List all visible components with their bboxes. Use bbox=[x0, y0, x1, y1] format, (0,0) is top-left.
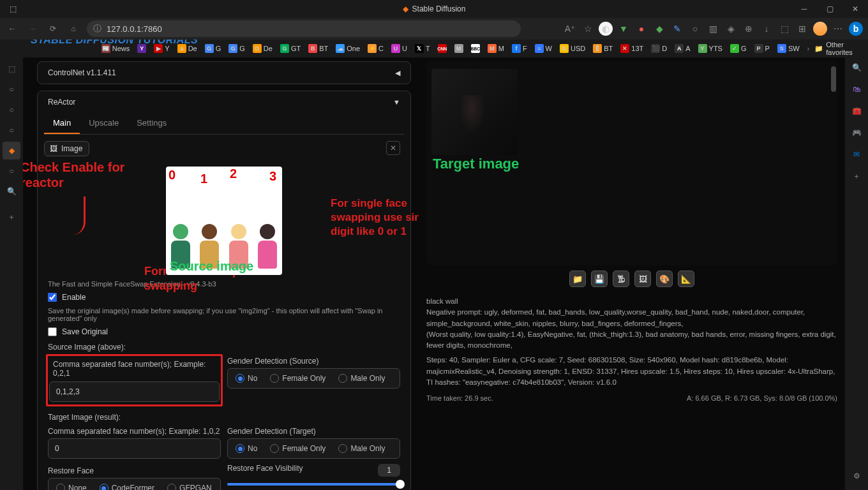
address-bar[interactable]: ⓘ 127.0.0.1:7860 bbox=[87, 20, 521, 37]
gender-female[interactable]: Female Only bbox=[264, 370, 332, 387]
games-icon[interactable]: 🎮 bbox=[849, 125, 864, 140]
source-image-preview[interactable]: 0 1 2 3 Source image bbox=[166, 167, 282, 275]
new-tab-button[interactable]: ＋ bbox=[3, 208, 20, 226]
vtab-item[interactable]: ○ bbox=[3, 101, 20, 119]
vtab-item[interactable]: ○ bbox=[3, 121, 20, 139]
extensions-icon[interactable]: ⬚ bbox=[777, 22, 791, 36]
settings-icon[interactable]: ⚙ bbox=[849, 468, 864, 484]
reactor-header[interactable]: ReActor ▼ bbox=[38, 91, 410, 113]
back-button[interactable]: ← bbox=[5, 22, 19, 36]
gender-male-t[interactable]: Male Only bbox=[332, 440, 391, 457]
bookmark[interactable]: CNN bbox=[435, 44, 449, 53]
zip-button[interactable]: 🗜 bbox=[613, 271, 629, 287]
bookmark[interactable]: ✓G bbox=[728, 44, 749, 53]
bookmark[interactable]: 📰News bbox=[99, 44, 133, 53]
ext-icon-4[interactable]: ◆ bbox=[652, 22, 666, 36]
bookmark[interactable]: Y bbox=[135, 44, 149, 53]
forward-button[interactable]: → bbox=[26, 22, 40, 36]
bookmark[interactable]: ✕13T bbox=[618, 44, 646, 53]
shopping-icon[interactable]: 🛍 bbox=[849, 82, 864, 97]
vtab-item[interactable]: ○ bbox=[3, 80, 20, 98]
bookmark-more[interactable]: › bbox=[805, 45, 812, 52]
send-img2img-button[interactable]: 🖼 bbox=[634, 271, 651, 287]
plus-icon[interactable]: ＋ bbox=[849, 168, 864, 184]
refresh-button[interactable]: ⟳ bbox=[46, 22, 60, 36]
bookmark[interactable]: YYTS bbox=[696, 44, 725, 53]
image-tab[interactable]: 🖼 Image bbox=[44, 141, 89, 156]
close-button[interactable]: ✕ bbox=[842, 0, 868, 18]
collections-icon[interactable]: ⊕ bbox=[742, 22, 756, 36]
outlook-icon[interactable]: ✉ bbox=[849, 147, 864, 162]
bookmark[interactable]: MM bbox=[485, 44, 507, 53]
bookmark[interactable]: UU bbox=[389, 44, 410, 53]
downloads-icon[interactable]: ↓ bbox=[760, 22, 774, 36]
bookmark[interactable]: DDe bbox=[250, 44, 275, 53]
vtab-item[interactable]: 🔍 bbox=[3, 182, 20, 200]
restore-none[interactable]: None bbox=[50, 480, 93, 490]
bookmark[interactable]: ☁One bbox=[333, 44, 363, 53]
enable-checkbox[interactable]: Enable bbox=[48, 293, 400, 302]
side-panel-icon[interactable]: ▥ bbox=[706, 22, 720, 36]
bookmark[interactable]: BBC bbox=[468, 44, 483, 53]
bookmark[interactable]: fF bbox=[509, 44, 530, 53]
gender-female-t[interactable]: Female Only bbox=[264, 440, 332, 457]
bookmark[interactable]: ⬛D bbox=[648, 44, 670, 53]
ext-icon-7[interactable]: ◈ bbox=[724, 22, 738, 36]
restore-vis-slider[interactable] bbox=[227, 483, 400, 486]
ext-icon-1[interactable]: ◐ bbox=[599, 22, 613, 36]
folder-button[interactable]: 📁 bbox=[569, 271, 586, 287]
source-faces-input[interactable] bbox=[49, 382, 220, 402]
send-inpaint-button[interactable]: 🎨 bbox=[656, 271, 673, 287]
enable-checkbox-input[interactable] bbox=[48, 293, 57, 302]
bookmark[interactable]: ≡W bbox=[532, 44, 555, 53]
gender-no-t[interactable]: No bbox=[229, 440, 264, 457]
scrollbar[interactable] bbox=[831, 66, 836, 92]
vtab-item[interactable]: ⬚ bbox=[3, 60, 20, 78]
ext-icon-3[interactable]: ● bbox=[634, 22, 648, 36]
tools-icon[interactable]: 🧰 bbox=[849, 103, 864, 119]
bookmark[interactable]: ₿BT bbox=[590, 44, 615, 53]
bookmark[interactable]: ▶Y bbox=[151, 44, 172, 53]
gender-male[interactable]: Male Only bbox=[332, 370, 391, 387]
save-original-checkbox[interactable]: Save Original bbox=[48, 327, 400, 336]
tab-settings[interactable]: Settings bbox=[128, 113, 176, 134]
bookmark[interactable]: GG bbox=[202, 44, 224, 53]
restore-codeformer[interactable]: CodeFormer bbox=[93, 480, 161, 490]
bookmark[interactable]: ⚡C bbox=[365, 44, 386, 53]
vtab-item[interactable]: ○ bbox=[3, 162, 20, 180]
app-icon[interactable]: ⊞ bbox=[795, 22, 809, 36]
search-icon[interactable]: 🔍 bbox=[849, 60, 864, 75]
gender-no[interactable]: No bbox=[229, 370, 264, 387]
bookmark[interactable]: SSW bbox=[775, 44, 802, 53]
maximize-button[interactable]: ▢ bbox=[817, 0, 842, 18]
bookmark[interactable]: BBT bbox=[306, 44, 331, 53]
tab-upscale[interactable]: Upscale bbox=[80, 113, 128, 134]
more-icon[interactable]: ⋯ bbox=[831, 22, 845, 36]
home-button[interactable]: ⌂ bbox=[66, 22, 80, 36]
controlnet-header[interactable]: ControlNet v1.1.411 ◀ bbox=[38, 62, 410, 84]
save-original-input[interactable] bbox=[48, 327, 57, 336]
bookmark[interactable]: AA bbox=[672, 44, 692, 53]
ext-icon-5[interactable]: ✎ bbox=[670, 22, 684, 36]
target-faces-input[interactable] bbox=[48, 438, 221, 459]
star-icon[interactable]: ☆ bbox=[581, 22, 595, 36]
ext-icon-6[interactable]: ○ bbox=[688, 22, 702, 36]
bookmark[interactable]: GUSD bbox=[557, 44, 588, 53]
vtab-item-active[interactable]: ◆ bbox=[3, 142, 20, 160]
bookmark[interactable]: aDe bbox=[175, 44, 200, 53]
bookmark[interactable]: 𝕏T bbox=[412, 44, 433, 53]
other-favorites[interactable]: 📁Other favorites bbox=[814, 41, 863, 56]
bookmark[interactable]: M bbox=[452, 44, 466, 53]
avatar-icon[interactable] bbox=[813, 22, 827, 36]
output-image[interactable] bbox=[431, 69, 518, 155]
bookmark[interactable]: PP bbox=[752, 44, 772, 53]
reader-icon[interactable]: A⁺ bbox=[563, 22, 577, 36]
restore-gfpgan[interactable]: GFPGAN bbox=[161, 480, 218, 490]
image-close-button[interactable]: ✕ bbox=[386, 141, 400, 155]
bookmark[interactable]: GGT bbox=[278, 44, 303, 53]
copilot-icon[interactable]: b bbox=[849, 22, 863, 36]
ext-icon-2[interactable]: ▼ bbox=[617, 22, 631, 36]
tab-main[interactable]: Main bbox=[44, 113, 80, 134]
save-button[interactable]: 💾 bbox=[591, 271, 608, 287]
bookmark[interactable]: GG bbox=[226, 44, 248, 53]
